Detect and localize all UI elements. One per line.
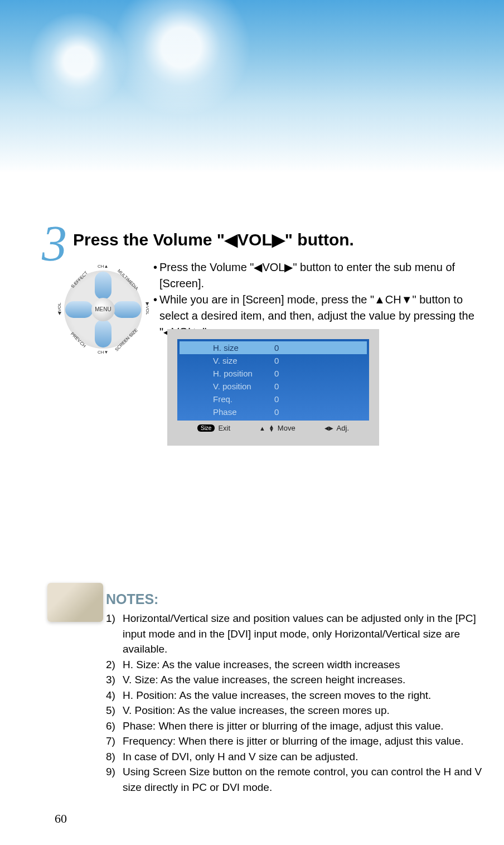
bullet-text: Press the Volume "◀VOL▶" button to enter… [159,259,493,292]
notes-item-number: 4) [106,688,123,703]
notes-item: 3)V. Size: As the value increases, the s… [106,672,496,688]
osd-row-label: H. position [191,369,274,378]
notes-item: 5)V. Position: As the value increases, t… [106,703,496,718]
notes-item-text: In case of DVI, only H and V size can be… [123,749,496,765]
notes-list: 1)Horizontal/Vertical size and position … [106,611,496,795]
notes-item: 2)H. Size: As the value increases, the s… [106,657,496,673]
notes-item-text: Frequency: When there is jitter or blurr… [123,733,496,749]
notes-photo [47,583,103,622]
remote-dpad-illustration: MENU CH▲ CH▼ ◀VOL ▶VOL S.EFFECT MULTIMED… [59,265,148,354]
osd-row-value: 0 [274,407,308,417]
osd-row: H. size0 [180,341,367,354]
osd-row: H. position0 [180,367,367,380]
title-vol: VOL [238,230,272,249]
step-title: Press the Volume "◀VOL▶" button. [73,230,493,249]
notes-item: 4)H. Position: As the value increases, t… [106,688,496,703]
notes-section: NOTES: 1)Horizontal/Vertical size and po… [106,591,496,795]
leftright-icon: ◀▶ [324,425,333,431]
move-label: Move [278,424,295,432]
remote-label-top: CH▲ [98,264,108,269]
dandelion-graphic [28,11,128,112]
osd-row: Freq.0 [180,393,367,405]
dpad-up [95,272,112,300]
notes-item-text: Horizontal/Vertical size and position va… [123,611,496,657]
notes-item-number: 1) [106,611,123,657]
osd-adj: ◀▶ Adj. [324,424,349,432]
step-number: 3 [42,219,67,269]
notes-item-text: Phase: When there is jitter or blurring … [123,718,496,734]
notes-item: 9)Using Screen Size button on the remote… [106,764,496,795]
notes-item-number: 3) [106,672,123,688]
osd-row-value: 0 [274,343,308,353]
remote-label-left: ◀VOL [57,302,62,315]
updown-icon: ▲ [259,425,265,432]
notes-item-text: V. Position: As the value increases, the… [123,703,496,718]
notes-item: 1)Horizontal/Vertical size and position … [106,611,496,657]
osd-exit: Size Exit [197,424,230,432]
dandelion-graphic [112,0,251,117]
top-banner [0,0,504,173]
step-body: • Press the Volume "◀VOL▶" button to ent… [153,259,493,340]
notes-item-number: 7) [106,733,123,749]
dpad-right [113,301,141,318]
osd-row-value: 0 [274,382,308,391]
adj-label: Adj. [337,424,349,432]
notes-item-text: Using Screen Size button on the remote c… [123,764,496,795]
notes-item-number: 6) [106,718,123,734]
osd-row: V. position0 [180,380,367,393]
notes-item: 6)Phase: When there is jitter or blurrin… [106,718,496,734]
osd-screenshot: H. size0V. size0H. position0V. position0… [167,329,379,446]
osd-move: ▲ ▲▼ Move [259,424,295,432]
exit-label: Exit [218,424,230,432]
notes-item-number: 5) [106,703,123,718]
notes-item-number: 2) [106,657,123,673]
notes-item-text: H. Size: As the value increases, the scr… [123,657,496,673]
notes-item-text: H. Position: As the value increases, the… [123,688,496,703]
notes-item-text: V. Size: As the value increases, the scr… [123,672,496,688]
remote-label-bottom: CH▼ [98,350,108,355]
osd-row-value: 0 [274,394,308,404]
remote-label-right: ▶VOL [145,302,150,315]
osd-row-label: V. size [191,356,274,365]
osd-menu: H. size0V. size0H. position0V. position0… [177,339,369,421]
osd-row-label: Freq. [191,394,274,404]
title-text: " button. [285,230,354,249]
notes-item-number: 9) [106,764,123,795]
osd-row-label: H. size [191,343,274,353]
osd-row-value: 0 [274,369,308,378]
notes-heading: NOTES: [106,591,496,607]
notes-item: 7)Frequency: When there is jitter or blu… [106,733,496,749]
osd-row-label: Phase [191,407,274,417]
dpad-center: MENU [91,298,115,321]
title-text: Press the Volume " [73,230,225,249]
updown-icon: ▲▼ [269,425,274,432]
osd-row: V. size0 [180,354,367,367]
page-number: 60 [55,812,67,826]
notes-item: 8)In case of DVI, only H and V size can … [106,749,496,765]
bullet-dot: • [153,259,157,292]
osd-footer: Size Exit ▲ ▲▼ Move ◀▶ Adj. [177,421,369,436]
bullet: • Press the Volume "◀VOL▶" button to ent… [153,259,493,292]
osd-row-value: 0 [274,356,308,365]
notes-item-number: 8) [106,749,123,765]
size-badge: Size [197,424,215,432]
dpad-left [65,301,93,318]
bullet-dot: • [153,292,157,340]
osd-row-label: V. position [191,382,274,391]
dpad-down [95,320,112,347]
osd-row: Phase0 [180,405,367,418]
